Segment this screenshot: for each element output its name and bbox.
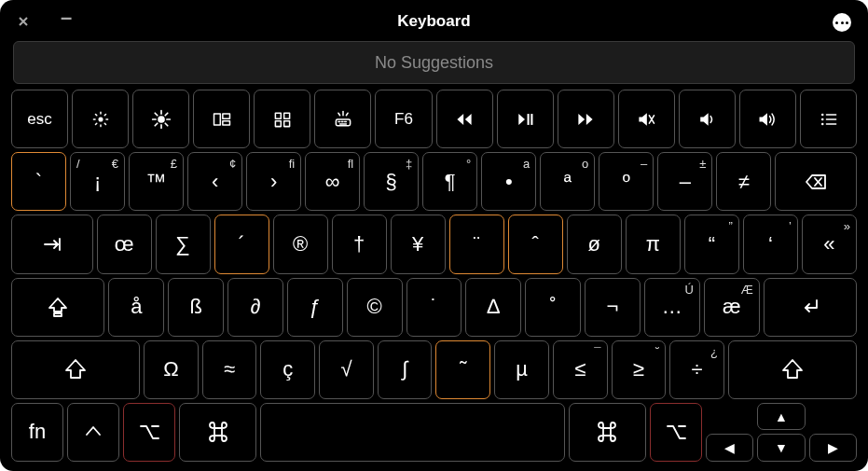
play-pause-key[interactable]: [497, 90, 554, 148]
g-key[interactable]: ©: [347, 278, 403, 337]
command-left-key[interactable]: [179, 403, 256, 462]
options-button[interactable]: [833, 13, 851, 32]
d-key[interactable]: ∂: [227, 278, 283, 337]
key-label: º: [623, 170, 630, 194]
period-key[interactable]: ≥˘: [612, 340, 667, 399]
h-key[interactable]: ˙: [406, 278, 462, 337]
caps-icon: [46, 295, 70, 319]
brightness-down-key[interactable]: [72, 90, 129, 148]
command-right-key[interactable]: [569, 403, 646, 462]
k-key[interactable]: ˚: [525, 278, 581, 337]
key-label: `: [35, 170, 42, 194]
x-key[interactable]: ≈: [202, 340, 257, 399]
m-key[interactable]: µ: [494, 340, 549, 399]
volume-up-key[interactable]: [739, 90, 796, 148]
volume-down-key[interactable]: [679, 90, 736, 148]
key-secondary-label: ’: [789, 219, 792, 233]
s-key[interactable]: ß: [168, 278, 224, 337]
key-label: ›: [270, 170, 277, 194]
arrow-right-key[interactable]: ▶: [809, 434, 857, 462]
key-label: ˙: [431, 295, 437, 319]
key-secondary-label: Æ: [741, 283, 753, 297]
key-label: ≠: [738, 170, 750, 194]
e-key[interactable]: ´: [214, 215, 269, 273]
y-key[interactable]: ¥: [391, 215, 446, 273]
bracket-left-key[interactable]: “”: [684, 215, 739, 273]
5-key[interactable]: ∞fl: [305, 152, 360, 211]
option-right-key[interactable]: [650, 403, 702, 462]
equals-key[interactable]: ≠: [716, 152, 771, 211]
arrow-left-key[interactable]: ◀: [706, 434, 753, 462]
i-key[interactable]: ˆ: [508, 215, 563, 273]
shift-left-key[interactable]: [11, 340, 140, 399]
option-left-key[interactable]: [123, 403, 175, 462]
forward-key[interactable]: [558, 90, 614, 148]
minus-key[interactable]: –±: [657, 152, 712, 211]
vol-up-icon: [757, 109, 778, 130]
t-key[interactable]: †: [332, 215, 387, 273]
key-secondary-label: ‡: [406, 157, 412, 171]
fn-key[interactable]: fn: [11, 403, 63, 462]
q-key[interactable]: œ: [97, 215, 152, 273]
f6-key[interactable]: F6: [375, 90, 432, 148]
9-key[interactable]: ªo: [540, 152, 595, 211]
4-key[interactable]: ›fi: [246, 152, 301, 211]
key-label: ¨: [474, 232, 480, 256]
bracket-right-key[interactable]: ‘’: [743, 215, 798, 273]
r-key[interactable]: ®: [273, 215, 328, 273]
esc-key[interactable]: esc: [11, 90, 68, 148]
minimize-button[interactable]: –: [58, 9, 75, 26]
z-key[interactable]: Ω: [144, 340, 199, 399]
2-key[interactable]: ™£: [129, 152, 184, 211]
7-key[interactable]: ¶°: [422, 152, 477, 211]
1-key[interactable]: ¡/€: [70, 152, 125, 211]
mute-key[interactable]: [618, 90, 675, 148]
grave-key[interactable]: `: [11, 152, 66, 211]
p-key[interactable]: π: [626, 215, 681, 273]
control-key[interactable]: [67, 403, 119, 462]
shift-right-key[interactable]: [728, 340, 857, 399]
o-key[interactable]: ø: [567, 215, 622, 273]
6-key[interactable]: §‡: [364, 152, 419, 211]
keyboard-light-key[interactable]: [314, 90, 371, 148]
brightness-up-key[interactable]: [132, 90, 189, 148]
close-button[interactable]: [17, 15, 30, 28]
key-label: ˜: [460, 357, 466, 381]
n-key[interactable]: ˜: [435, 340, 490, 399]
arrow-down-key[interactable]: ▼: [757, 434, 805, 462]
slash-key[interactable]: ÷¿: [669, 340, 724, 399]
tab-key[interactable]: [11, 215, 93, 273]
quote-key[interactable]: æÆ: [704, 278, 760, 337]
key-label: ∞: [325, 170, 340, 194]
mission-control-key[interactable]: [193, 90, 250, 148]
list-key[interactable]: [800, 90, 857, 148]
b-key[interactable]: ∫: [378, 340, 433, 399]
launchpad-key[interactable]: [254, 90, 310, 148]
control-icon: [81, 420, 105, 444]
comma-key[interactable]: ≤¯: [553, 340, 608, 399]
key-label: †: [353, 232, 365, 256]
backslash-key[interactable]: «»: [802, 215, 857, 273]
semicolon-key[interactable]: …Ú: [644, 278, 700, 337]
j-key[interactable]: ∆: [465, 278, 521, 337]
space-key[interactable]: [260, 403, 564, 462]
vol-down-icon: [696, 109, 717, 130]
v-key[interactable]: √: [319, 340, 374, 399]
backspace-key[interactable]: [775, 152, 857, 211]
rewind-key[interactable]: [436, 90, 493, 148]
c-key[interactable]: ç: [260, 340, 315, 399]
keyboard: escF6 `¡/€™£‹¢›fi∞fl§‡¶°•aªoº––±≠ œ∑´®†¥…: [7, 90, 861, 464]
w-key[interactable]: ∑: [156, 215, 211, 273]
key-label: ¬: [607, 295, 619, 319]
u-key[interactable]: ¨: [449, 215, 504, 273]
3-key[interactable]: ‹¢: [187, 152, 242, 211]
return-key[interactable]: [764, 278, 857, 337]
arrow-up-key[interactable]: ▲: [757, 403, 805, 431]
a-key[interactable]: å: [108, 278, 164, 337]
caps-key[interactable]: [11, 278, 104, 337]
key-secondary-label: /: [76, 157, 80, 171]
l-key[interactable]: ¬: [585, 278, 641, 337]
8-key[interactable]: •a: [481, 152, 536, 211]
0-key[interactable]: º–: [599, 152, 654, 211]
f-key[interactable]: ƒ: [287, 278, 343, 337]
